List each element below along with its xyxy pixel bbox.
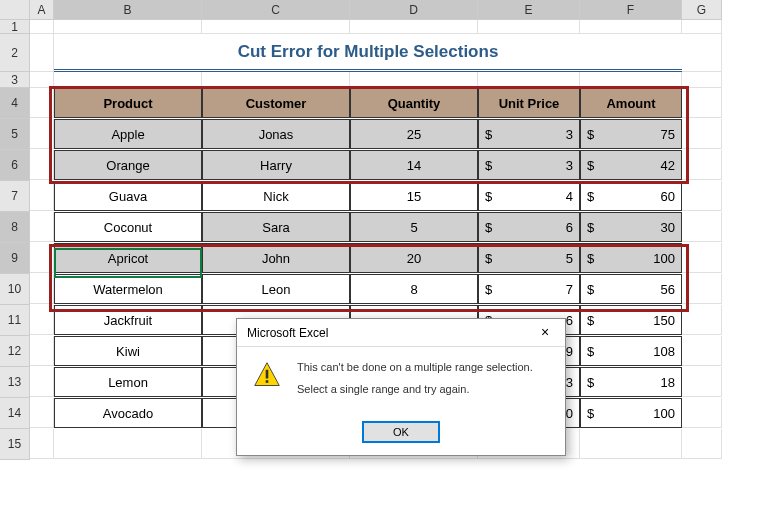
row-header-5[interactable]: 5 — [0, 119, 30, 150]
cell-product[interactable]: Lemon — [54, 367, 202, 397]
cell-customer[interactable]: John — [202, 243, 350, 273]
cell[interactable] — [682, 72, 722, 88]
cell[interactable] — [30, 305, 54, 335]
cell-product[interactable]: Avocado — [54, 398, 202, 428]
cell[interactable] — [682, 20, 722, 34]
cell-unitprice[interactable]: $6 — [478, 212, 580, 242]
cell-product[interactable]: Orange — [54, 150, 202, 180]
col-header-C[interactable]: C — [202, 0, 350, 20]
cell-quantity[interactable]: 25 — [350, 119, 478, 149]
col-header-A[interactable]: A — [30, 0, 54, 20]
col-header-F[interactable]: F — [580, 0, 682, 20]
cell[interactable] — [54, 20, 202, 34]
row-header-11[interactable]: 11 — [0, 305, 30, 336]
cell[interactable] — [30, 119, 54, 149]
cell-amount[interactable]: $100 — [580, 398, 682, 428]
cell[interactable] — [30, 212, 54, 242]
header-quantity[interactable]: Quantity — [350, 88, 478, 118]
cell[interactable] — [202, 72, 350, 88]
cell-customer[interactable]: Nick — [202, 181, 350, 211]
cell[interactable] — [30, 336, 54, 366]
row-header-13[interactable]: 13 — [0, 367, 30, 398]
close-button[interactable]: × — [531, 322, 559, 344]
cell-unitprice[interactable]: $4 — [478, 181, 580, 211]
cell[interactable] — [30, 20, 54, 34]
row-header-6[interactable]: 6 — [0, 150, 30, 181]
cell-quantity[interactable]: 14 — [350, 150, 478, 180]
dialog-titlebar[interactable]: Microsoft Excel × — [237, 319, 565, 347]
cell[interactable] — [682, 212, 722, 242]
col-header-G[interactable]: G — [682, 0, 722, 20]
cell-quantity[interactable]: 8 — [350, 274, 478, 304]
row-header-10[interactable]: 10 — [0, 274, 30, 305]
cell[interactable] — [682, 88, 722, 118]
cell[interactable] — [682, 181, 722, 211]
cell[interactable] — [478, 20, 580, 34]
cell[interactable] — [478, 72, 580, 88]
cell-customer[interactable]: Harry — [202, 150, 350, 180]
cell-product[interactable]: Kiwi — [54, 336, 202, 366]
cell[interactable] — [682, 274, 722, 304]
cell-unitprice[interactable]: $3 — [478, 150, 580, 180]
cell-quantity[interactable]: 15 — [350, 181, 478, 211]
cell-amount[interactable]: $100 — [580, 243, 682, 273]
cell[interactable] — [30, 72, 54, 88]
cell[interactable] — [202, 20, 350, 34]
cell[interactable] — [682, 336, 722, 366]
cell[interactable] — [30, 429, 54, 459]
cell-amount[interactable]: $42 — [580, 150, 682, 180]
header-amount[interactable]: Amount — [580, 88, 682, 118]
cell-amount[interactable]: $60 — [580, 181, 682, 211]
cell-unitprice[interactable]: $5 — [478, 243, 580, 273]
cell[interactable] — [30, 367, 54, 397]
row-header-15[interactable]: 15 — [0, 429, 30, 460]
cell-product[interactable]: Coconut — [54, 212, 202, 242]
row-header-7[interactable]: 7 — [0, 181, 30, 212]
cell[interactable] — [682, 119, 722, 149]
cell-amount[interactable]: $30 — [580, 212, 682, 242]
row-header-9[interactable]: 9 — [0, 243, 30, 274]
cell[interactable] — [580, 429, 682, 459]
cell[interactable] — [682, 429, 722, 459]
cell[interactable] — [350, 72, 478, 88]
cell[interactable] — [30, 34, 54, 72]
cell-amount[interactable]: $150 — [580, 305, 682, 335]
row-header-4[interactable]: 4 — [0, 88, 30, 119]
cell-amount[interactable]: $108 — [580, 336, 682, 366]
cell[interactable] — [30, 398, 54, 428]
col-header-E[interactable]: E — [478, 0, 580, 20]
select-all-corner[interactable] — [0, 0, 30, 20]
header-unitprice[interactable]: Unit Price — [478, 88, 580, 118]
cell[interactable] — [30, 181, 54, 211]
cell[interactable] — [30, 150, 54, 180]
cell-unitprice[interactable]: $7 — [478, 274, 580, 304]
cell-quantity[interactable]: 5 — [350, 212, 478, 242]
col-header-D[interactable]: D — [350, 0, 478, 20]
cell[interactable] — [350, 20, 478, 34]
cell-product[interactable]: Apricot — [54, 243, 202, 273]
row-header-8[interactable]: 8 — [0, 212, 30, 243]
cell[interactable] — [682, 34, 722, 72]
col-header-B[interactable]: B — [54, 0, 202, 20]
cell[interactable] — [30, 274, 54, 304]
cell-unitprice[interactable]: $3 — [478, 119, 580, 149]
cell-quantity[interactable]: 20 — [350, 243, 478, 273]
row-header-12[interactable]: 12 — [0, 336, 30, 367]
cell-customer[interactable]: Jonas — [202, 119, 350, 149]
cell[interactable] — [682, 367, 722, 397]
cell-customer[interactable]: Sara — [202, 212, 350, 242]
cell[interactable] — [54, 429, 202, 459]
cell-amount[interactable]: $56 — [580, 274, 682, 304]
cell[interactable] — [580, 72, 682, 88]
row-header-14[interactable]: 14 — [0, 398, 30, 429]
cell[interactable] — [682, 150, 722, 180]
cell[interactable] — [54, 72, 202, 88]
cell[interactable] — [682, 305, 722, 335]
header-customer[interactable]: Customer — [202, 88, 350, 118]
cell-product[interactable]: Apple — [54, 119, 202, 149]
row-header-3[interactable]: 3 — [0, 72, 30, 88]
cell[interactable] — [30, 243, 54, 273]
cell-product[interactable]: Watermelon — [54, 274, 202, 304]
cell[interactable] — [30, 88, 54, 118]
cell-amount[interactable]: $75 — [580, 119, 682, 149]
